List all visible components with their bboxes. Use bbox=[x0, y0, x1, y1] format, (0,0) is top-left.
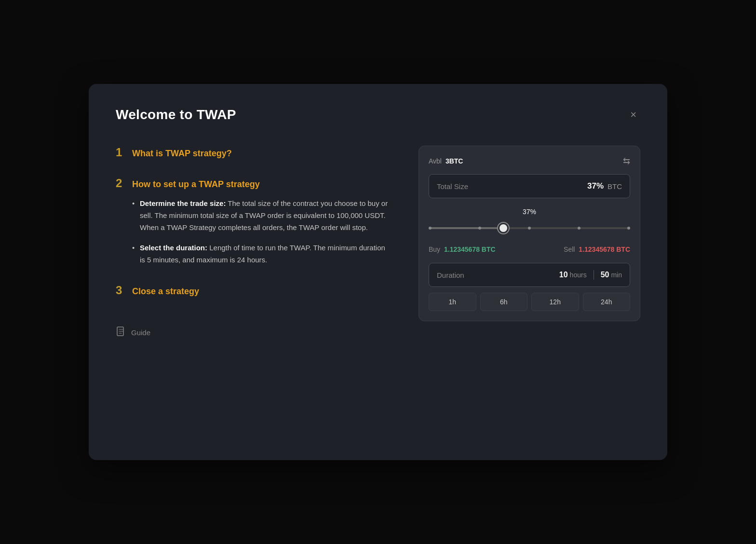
slider-dots bbox=[429, 227, 630, 230]
slider-pct-label: 37% bbox=[429, 208, 630, 216]
slider-dot-1 bbox=[478, 227, 481, 230]
bullet-1-strong: Determine the trade size: bbox=[140, 199, 226, 207]
left-panel: 1 What is TWAP strategy? 2 How to set up… bbox=[116, 146, 390, 339]
sell-value: 1.12345678 BTC bbox=[579, 245, 630, 253]
modal: Welcome to TWAP × 1 What is TWAP strateg… bbox=[89, 84, 667, 460]
section-2-content: Determine the trade size: The total size… bbox=[116, 198, 390, 266]
preset-btn-24h[interactable]: 24h bbox=[583, 293, 631, 311]
preset-btn-1h[interactable]: 1h bbox=[429, 293, 476, 311]
section-3: 3 Close a strategy bbox=[116, 284, 390, 297]
modal-header: Welcome to TWAP × bbox=[116, 107, 640, 122]
guide-icon bbox=[116, 326, 126, 339]
preset-btn-12h[interactable]: 12h bbox=[531, 293, 579, 311]
modal-title: Welcome to TWAP bbox=[116, 107, 236, 122]
preset-buttons: 1h 6h 12h 24h bbox=[429, 293, 630, 311]
swap-icon[interactable]: ⇆ bbox=[623, 156, 630, 166]
sell-label: Sell bbox=[564, 245, 575, 253]
section-3-heading: 3 Close a strategy bbox=[116, 284, 390, 297]
bullet-item-1: Determine the trade size: The total size… bbox=[132, 198, 390, 233]
guide-label: Guide bbox=[131, 328, 150, 337]
section-1-heading: 1 What is TWAP strategy? bbox=[116, 146, 390, 159]
buy-label: Buy bbox=[429, 245, 440, 253]
total-size-label: Total Size bbox=[437, 182, 468, 190]
duration-hours-unit: hours bbox=[570, 271, 587, 279]
section-1-number: 1 bbox=[116, 146, 125, 159]
buy-sell-row: Buy 1.12345678 BTC Sell 1.12345678 BTC bbox=[429, 245, 630, 253]
slider-dot-0 bbox=[429, 227, 432, 230]
widget-top-row: Avbl 3BTC ⇆ bbox=[429, 156, 630, 166]
section-2-heading: 2 How to set up a TWAP strategy bbox=[116, 177, 390, 190]
slider-track-container[interactable] bbox=[429, 220, 630, 236]
total-size-currency: BTC bbox=[608, 182, 622, 190]
buy-section: Buy 1.12345678 BTC bbox=[429, 245, 496, 253]
slider-thumb[interactable] bbox=[498, 223, 509, 233]
duration-min: 50 bbox=[601, 271, 609, 279]
trading-widget: Avbl 3BTC ⇆ Total Size 37% BTC bbox=[418, 146, 640, 321]
section-3-number: 3 bbox=[116, 284, 125, 297]
duration-hours: 10 bbox=[559, 271, 568, 279]
slider-dot-3 bbox=[578, 227, 580, 230]
section-1: 1 What is TWAP strategy? bbox=[116, 146, 390, 159]
duration-min-unit: min bbox=[611, 271, 622, 279]
section-2-title[interactable]: How to set up a TWAP strategy bbox=[132, 179, 260, 190]
duration-label: Duration bbox=[437, 271, 464, 279]
close-button[interactable]: × bbox=[626, 108, 640, 122]
section-3-title[interactable]: Close a strategy bbox=[132, 286, 199, 297]
slider-dot-4 bbox=[627, 227, 630, 230]
slider-section: 37% bbox=[429, 208, 630, 236]
modal-body: 1 What is TWAP strategy? 2 How to set up… bbox=[116, 146, 640, 339]
duration-values: 10 hours 50 min bbox=[559, 270, 622, 280]
bullet-2-strong: Select the duration: bbox=[140, 244, 207, 252]
slider-dot-2 bbox=[528, 227, 531, 230]
avbl-label-text: Avbl bbox=[429, 157, 442, 165]
bullet-list: Determine the trade size: The total size… bbox=[132, 198, 390, 266]
total-size-box: Total Size 37% BTC bbox=[429, 174, 630, 198]
right-panel: Avbl 3BTC ⇆ Total Size 37% BTC bbox=[418, 146, 640, 321]
sell-section: Sell 1.12345678 BTC bbox=[564, 245, 630, 253]
avbl-label: Avbl 3BTC bbox=[429, 157, 463, 165]
preset-btn-6h[interactable]: 6h bbox=[480, 293, 528, 311]
total-size-pct: 37% bbox=[587, 181, 604, 191]
guide-link[interactable]: Guide bbox=[116, 326, 390, 339]
total-size-value: 37% BTC bbox=[587, 181, 622, 191]
section-1-title[interactable]: What is TWAP strategy? bbox=[132, 149, 232, 159]
section-2: 2 How to set up a TWAP strategy Determin… bbox=[116, 177, 390, 266]
avbl-amount: 3BTC bbox=[446, 157, 463, 165]
modal-overlay: Welcome to TWAP × 1 What is TWAP strateg… bbox=[0, 0, 756, 544]
duration-box: Duration 10 hours 50 min bbox=[429, 263, 630, 287]
duration-divider bbox=[594, 270, 594, 280]
bullet-item-2: Select the duration: Length of time to r… bbox=[132, 242, 390, 266]
buy-value: 1.12345678 BTC bbox=[444, 245, 496, 253]
section-2-number: 2 bbox=[116, 177, 125, 190]
